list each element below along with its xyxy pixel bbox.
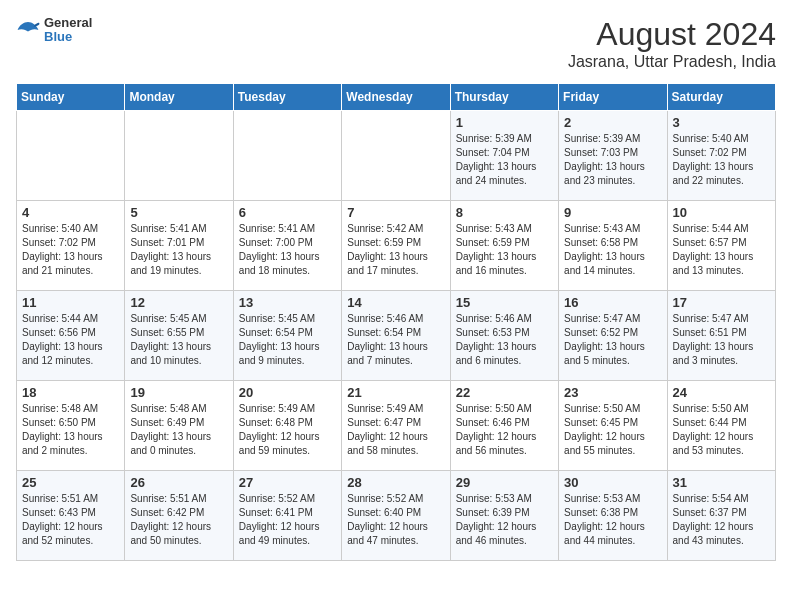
logo-general: General [44, 16, 92, 30]
calendar-cell: 1Sunrise: 5:39 AM Sunset: 7:04 PM Daylig… [450, 111, 558, 201]
day-info: Sunrise: 5:46 AM Sunset: 6:54 PM Dayligh… [347, 312, 444, 368]
calendar-cell: 14Sunrise: 5:46 AM Sunset: 6:54 PM Dayli… [342, 291, 450, 381]
day-of-week-header: Wednesday [342, 84, 450, 111]
calendar-week-row: 4Sunrise: 5:40 AM Sunset: 7:02 PM Daylig… [17, 201, 776, 291]
calendar-cell: 9Sunrise: 5:43 AM Sunset: 6:58 PM Daylig… [559, 201, 667, 291]
day-info: Sunrise: 5:54 AM Sunset: 6:37 PM Dayligh… [673, 492, 770, 548]
calendar-header-row: SundayMondayTuesdayWednesdayThursdayFrid… [17, 84, 776, 111]
day-info: Sunrise: 5:41 AM Sunset: 7:00 PM Dayligh… [239, 222, 336, 278]
calendar-cell: 3Sunrise: 5:40 AM Sunset: 7:02 PM Daylig… [667, 111, 775, 201]
day-info: Sunrise: 5:47 AM Sunset: 6:51 PM Dayligh… [673, 312, 770, 368]
calendar-cell [125, 111, 233, 201]
calendar-cell: 13Sunrise: 5:45 AM Sunset: 6:54 PM Dayli… [233, 291, 341, 381]
calendar-cell: 20Sunrise: 5:49 AM Sunset: 6:48 PM Dayli… [233, 381, 341, 471]
day-number: 7 [347, 205, 444, 220]
logo: General Blue [16, 16, 92, 45]
day-info: Sunrise: 5:41 AM Sunset: 7:01 PM Dayligh… [130, 222, 227, 278]
calendar-cell: 30Sunrise: 5:53 AM Sunset: 6:38 PM Dayli… [559, 471, 667, 561]
calendar-cell: 2Sunrise: 5:39 AM Sunset: 7:03 PM Daylig… [559, 111, 667, 201]
day-number: 29 [456, 475, 553, 490]
calendar-cell [17, 111, 125, 201]
calendar-week-row: 18Sunrise: 5:48 AM Sunset: 6:50 PM Dayli… [17, 381, 776, 471]
day-info: Sunrise: 5:40 AM Sunset: 7:02 PM Dayligh… [673, 132, 770, 188]
calendar-cell: 25Sunrise: 5:51 AM Sunset: 6:43 PM Dayli… [17, 471, 125, 561]
day-info: Sunrise: 5:50 AM Sunset: 6:45 PM Dayligh… [564, 402, 661, 458]
calendar-cell: 11Sunrise: 5:44 AM Sunset: 6:56 PM Dayli… [17, 291, 125, 381]
day-info: Sunrise: 5:43 AM Sunset: 6:59 PM Dayligh… [456, 222, 553, 278]
day-info: Sunrise: 5:48 AM Sunset: 6:49 PM Dayligh… [130, 402, 227, 458]
day-number: 5 [130, 205, 227, 220]
day-number: 10 [673, 205, 770, 220]
day-of-week-header: Thursday [450, 84, 558, 111]
day-number: 4 [22, 205, 119, 220]
day-number: 15 [456, 295, 553, 310]
day-number: 21 [347, 385, 444, 400]
calendar-cell: 8Sunrise: 5:43 AM Sunset: 6:59 PM Daylig… [450, 201, 558, 291]
day-info: Sunrise: 5:44 AM Sunset: 6:56 PM Dayligh… [22, 312, 119, 368]
calendar-body: 1Sunrise: 5:39 AM Sunset: 7:04 PM Daylig… [17, 111, 776, 561]
calendar-cell: 31Sunrise: 5:54 AM Sunset: 6:37 PM Dayli… [667, 471, 775, 561]
day-info: Sunrise: 5:40 AM Sunset: 7:02 PM Dayligh… [22, 222, 119, 278]
calendar-cell: 21Sunrise: 5:49 AM Sunset: 6:47 PM Dayli… [342, 381, 450, 471]
day-number: 11 [22, 295, 119, 310]
day-number: 28 [347, 475, 444, 490]
calendar-cell: 5Sunrise: 5:41 AM Sunset: 7:01 PM Daylig… [125, 201, 233, 291]
calendar-week-row: 25Sunrise: 5:51 AM Sunset: 6:43 PM Dayli… [17, 471, 776, 561]
calendar-cell [342, 111, 450, 201]
day-number: 13 [239, 295, 336, 310]
day-info: Sunrise: 5:44 AM Sunset: 6:57 PM Dayligh… [673, 222, 770, 278]
day-number: 26 [130, 475, 227, 490]
calendar-cell: 28Sunrise: 5:52 AM Sunset: 6:40 PM Dayli… [342, 471, 450, 561]
calendar-cell: 12Sunrise: 5:45 AM Sunset: 6:55 PM Dayli… [125, 291, 233, 381]
day-number: 9 [564, 205, 661, 220]
day-info: Sunrise: 5:52 AM Sunset: 6:40 PM Dayligh… [347, 492, 444, 548]
day-info: Sunrise: 5:45 AM Sunset: 6:54 PM Dayligh… [239, 312, 336, 368]
day-number: 17 [673, 295, 770, 310]
title-block: August 2024 Jasrana, Uttar Pradesh, Indi… [568, 16, 776, 71]
day-number: 22 [456, 385, 553, 400]
day-of-week-header: Saturday [667, 84, 775, 111]
day-info: Sunrise: 5:53 AM Sunset: 6:39 PM Dayligh… [456, 492, 553, 548]
calendar-title: August 2024 [568, 16, 776, 53]
calendar-cell: 19Sunrise: 5:48 AM Sunset: 6:49 PM Dayli… [125, 381, 233, 471]
logo-blue: Blue [44, 30, 92, 44]
day-number: 16 [564, 295, 661, 310]
day-info: Sunrise: 5:51 AM Sunset: 6:43 PM Dayligh… [22, 492, 119, 548]
calendar-cell: 29Sunrise: 5:53 AM Sunset: 6:39 PM Dayli… [450, 471, 558, 561]
calendar-table: SundayMondayTuesdayWednesdayThursdayFrid… [16, 83, 776, 561]
calendar-cell: 23Sunrise: 5:50 AM Sunset: 6:45 PM Dayli… [559, 381, 667, 471]
day-info: Sunrise: 5:51 AM Sunset: 6:42 PM Dayligh… [130, 492, 227, 548]
calendar-cell: 24Sunrise: 5:50 AM Sunset: 6:44 PM Dayli… [667, 381, 775, 471]
day-number: 14 [347, 295, 444, 310]
day-info: Sunrise: 5:47 AM Sunset: 6:52 PM Dayligh… [564, 312, 661, 368]
day-of-week-header: Tuesday [233, 84, 341, 111]
day-info: Sunrise: 5:50 AM Sunset: 6:46 PM Dayligh… [456, 402, 553, 458]
calendar-cell: 26Sunrise: 5:51 AM Sunset: 6:42 PM Dayli… [125, 471, 233, 561]
day-info: Sunrise: 5:39 AM Sunset: 7:04 PM Dayligh… [456, 132, 553, 188]
day-of-week-header: Friday [559, 84, 667, 111]
day-info: Sunrise: 5:43 AM Sunset: 6:58 PM Dayligh… [564, 222, 661, 278]
day-info: Sunrise: 5:52 AM Sunset: 6:41 PM Dayligh… [239, 492, 336, 548]
calendar-cell: 16Sunrise: 5:47 AM Sunset: 6:52 PM Dayli… [559, 291, 667, 381]
logo-bird-icon [16, 20, 40, 40]
day-info: Sunrise: 5:50 AM Sunset: 6:44 PM Dayligh… [673, 402, 770, 458]
calendar-cell: 18Sunrise: 5:48 AM Sunset: 6:50 PM Dayli… [17, 381, 125, 471]
calendar-cell: 7Sunrise: 5:42 AM Sunset: 6:59 PM Daylig… [342, 201, 450, 291]
day-number: 18 [22, 385, 119, 400]
day-info: Sunrise: 5:39 AM Sunset: 7:03 PM Dayligh… [564, 132, 661, 188]
calendar-cell: 6Sunrise: 5:41 AM Sunset: 7:00 PM Daylig… [233, 201, 341, 291]
day-number: 23 [564, 385, 661, 400]
day-number: 27 [239, 475, 336, 490]
day-info: Sunrise: 5:42 AM Sunset: 6:59 PM Dayligh… [347, 222, 444, 278]
day-number: 19 [130, 385, 227, 400]
calendar-week-row: 1Sunrise: 5:39 AM Sunset: 7:04 PM Daylig… [17, 111, 776, 201]
day-info: Sunrise: 5:49 AM Sunset: 6:48 PM Dayligh… [239, 402, 336, 458]
day-info: Sunrise: 5:49 AM Sunset: 6:47 PM Dayligh… [347, 402, 444, 458]
calendar-subtitle: Jasrana, Uttar Pradesh, India [568, 53, 776, 71]
calendar-cell: 10Sunrise: 5:44 AM Sunset: 6:57 PM Dayli… [667, 201, 775, 291]
day-of-week-header: Monday [125, 84, 233, 111]
calendar-cell: 27Sunrise: 5:52 AM Sunset: 6:41 PM Dayli… [233, 471, 341, 561]
day-number: 12 [130, 295, 227, 310]
day-info: Sunrise: 5:46 AM Sunset: 6:53 PM Dayligh… [456, 312, 553, 368]
day-info: Sunrise: 5:45 AM Sunset: 6:55 PM Dayligh… [130, 312, 227, 368]
